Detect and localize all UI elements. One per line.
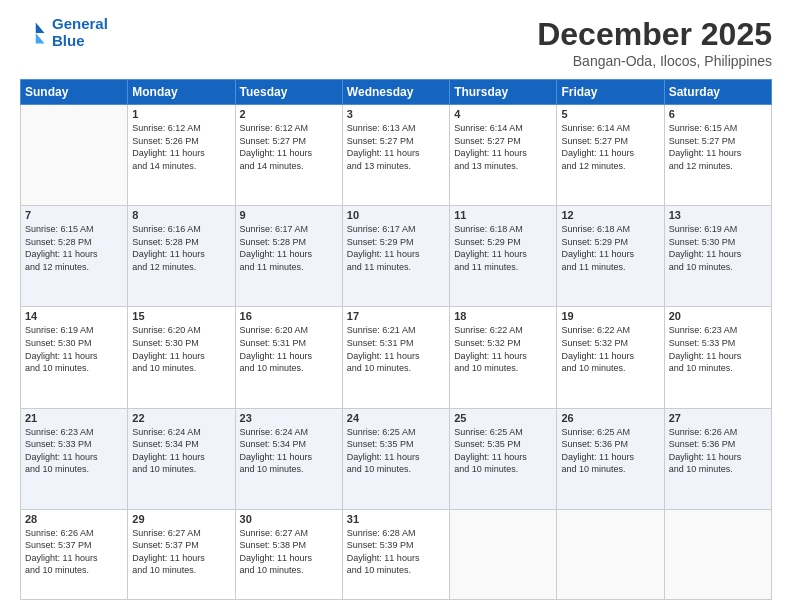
- logo: General Blue: [20, 16, 108, 49]
- day-number: 6: [669, 108, 767, 120]
- day-info: Sunrise: 6:20 AM Sunset: 5:31 PM Dayligh…: [240, 324, 338, 374]
- day-info: Sunrise: 6:22 AM Sunset: 5:32 PM Dayligh…: [561, 324, 659, 374]
- table-row: 6Sunrise: 6:15 AM Sunset: 5:27 PM Daylig…: [664, 105, 771, 206]
- day-number: 5: [561, 108, 659, 120]
- day-info: Sunrise: 6:24 AM Sunset: 5:34 PM Dayligh…: [240, 426, 338, 476]
- day-info: Sunrise: 6:23 AM Sunset: 5:33 PM Dayligh…: [25, 426, 123, 476]
- day-info: Sunrise: 6:27 AM Sunset: 5:37 PM Dayligh…: [132, 527, 230, 577]
- table-row: [557, 509, 664, 599]
- table-row: 14Sunrise: 6:19 AM Sunset: 5:30 PM Dayli…: [21, 307, 128, 408]
- day-number: 4: [454, 108, 552, 120]
- day-info: Sunrise: 6:15 AM Sunset: 5:28 PM Dayligh…: [25, 223, 123, 273]
- day-info: Sunrise: 6:18 AM Sunset: 5:29 PM Dayligh…: [454, 223, 552, 273]
- day-number: 19: [561, 310, 659, 322]
- day-number: 2: [240, 108, 338, 120]
- day-info: Sunrise: 6:14 AM Sunset: 5:27 PM Dayligh…: [454, 122, 552, 172]
- day-info: Sunrise: 6:24 AM Sunset: 5:34 PM Dayligh…: [132, 426, 230, 476]
- table-row: [450, 509, 557, 599]
- calendar-table: Sunday Monday Tuesday Wednesday Thursday…: [20, 79, 772, 600]
- day-info: Sunrise: 6:17 AM Sunset: 5:29 PM Dayligh…: [347, 223, 445, 273]
- day-number: 21: [25, 412, 123, 424]
- day-number: 16: [240, 310, 338, 322]
- day-info: Sunrise: 6:12 AM Sunset: 5:27 PM Dayligh…: [240, 122, 338, 172]
- table-row: 7Sunrise: 6:15 AM Sunset: 5:28 PM Daylig…: [21, 206, 128, 307]
- day-info: Sunrise: 6:16 AM Sunset: 5:28 PM Dayligh…: [132, 223, 230, 273]
- day-number: 25: [454, 412, 552, 424]
- logo-text: General Blue: [52, 16, 108, 49]
- day-number: 18: [454, 310, 552, 322]
- svg-marker-0: [36, 22, 45, 33]
- calendar-week-row: 21Sunrise: 6:23 AM Sunset: 5:33 PM Dayli…: [21, 408, 772, 509]
- day-info: Sunrise: 6:17 AM Sunset: 5:28 PM Dayligh…: [240, 223, 338, 273]
- table-row: [664, 509, 771, 599]
- table-row: 8Sunrise: 6:16 AM Sunset: 5:28 PM Daylig…: [128, 206, 235, 307]
- table-row: 4Sunrise: 6:14 AM Sunset: 5:27 PM Daylig…: [450, 105, 557, 206]
- table-row: 11Sunrise: 6:18 AM Sunset: 5:29 PM Dayli…: [450, 206, 557, 307]
- month-title: December 2025: [537, 16, 772, 53]
- day-info: Sunrise: 6:27 AM Sunset: 5:38 PM Dayligh…: [240, 527, 338, 577]
- day-number: 29: [132, 513, 230, 525]
- table-row: 18Sunrise: 6:22 AM Sunset: 5:32 PM Dayli…: [450, 307, 557, 408]
- table-row: 3Sunrise: 6:13 AM Sunset: 5:27 PM Daylig…: [342, 105, 449, 206]
- day-number: 3: [347, 108, 445, 120]
- table-row: 25Sunrise: 6:25 AM Sunset: 5:35 PM Dayli…: [450, 408, 557, 509]
- day-number: 30: [240, 513, 338, 525]
- day-info: Sunrise: 6:15 AM Sunset: 5:27 PM Dayligh…: [669, 122, 767, 172]
- col-thursday: Thursday: [450, 80, 557, 105]
- day-number: 9: [240, 209, 338, 221]
- table-row: 29Sunrise: 6:27 AM Sunset: 5:37 PM Dayli…: [128, 509, 235, 599]
- day-info: Sunrise: 6:26 AM Sunset: 5:37 PM Dayligh…: [25, 527, 123, 577]
- day-number: 27: [669, 412, 767, 424]
- day-info: Sunrise: 6:26 AM Sunset: 5:36 PM Dayligh…: [669, 426, 767, 476]
- day-info: Sunrise: 6:22 AM Sunset: 5:32 PM Dayligh…: [454, 324, 552, 374]
- day-number: 8: [132, 209, 230, 221]
- col-monday: Monday: [128, 80, 235, 105]
- day-info: Sunrise: 6:25 AM Sunset: 5:35 PM Dayligh…: [347, 426, 445, 476]
- day-info: Sunrise: 6:20 AM Sunset: 5:30 PM Dayligh…: [132, 324, 230, 374]
- table-row: 17Sunrise: 6:21 AM Sunset: 5:31 PM Dayli…: [342, 307, 449, 408]
- day-number: 13: [669, 209, 767, 221]
- table-row: 15Sunrise: 6:20 AM Sunset: 5:30 PM Dayli…: [128, 307, 235, 408]
- table-row: [21, 105, 128, 206]
- day-info: Sunrise: 6:28 AM Sunset: 5:39 PM Dayligh…: [347, 527, 445, 577]
- table-row: 5Sunrise: 6:14 AM Sunset: 5:27 PM Daylig…: [557, 105, 664, 206]
- day-info: Sunrise: 6:19 AM Sunset: 5:30 PM Dayligh…: [669, 223, 767, 273]
- table-row: 22Sunrise: 6:24 AM Sunset: 5:34 PM Dayli…: [128, 408, 235, 509]
- day-info: Sunrise: 6:13 AM Sunset: 5:27 PM Dayligh…: [347, 122, 445, 172]
- table-row: 10Sunrise: 6:17 AM Sunset: 5:29 PM Dayli…: [342, 206, 449, 307]
- table-row: 27Sunrise: 6:26 AM Sunset: 5:36 PM Dayli…: [664, 408, 771, 509]
- header: General Blue December 2025 Bangan-Oda, I…: [20, 16, 772, 69]
- table-row: 20Sunrise: 6:23 AM Sunset: 5:33 PM Dayli…: [664, 307, 771, 408]
- day-info: Sunrise: 6:19 AM Sunset: 5:30 PM Dayligh…: [25, 324, 123, 374]
- calendar-week-row: 1Sunrise: 6:12 AM Sunset: 5:26 PM Daylig…: [21, 105, 772, 206]
- day-info: Sunrise: 6:25 AM Sunset: 5:36 PM Dayligh…: [561, 426, 659, 476]
- day-number: 28: [25, 513, 123, 525]
- table-row: 16Sunrise: 6:20 AM Sunset: 5:31 PM Dayli…: [235, 307, 342, 408]
- day-info: Sunrise: 6:12 AM Sunset: 5:26 PM Dayligh…: [132, 122, 230, 172]
- day-number: 10: [347, 209, 445, 221]
- table-row: 9Sunrise: 6:17 AM Sunset: 5:28 PM Daylig…: [235, 206, 342, 307]
- day-number: 17: [347, 310, 445, 322]
- calendar-week-row: 7Sunrise: 6:15 AM Sunset: 5:28 PM Daylig…: [21, 206, 772, 307]
- day-info: Sunrise: 6:21 AM Sunset: 5:31 PM Dayligh…: [347, 324, 445, 374]
- day-info: Sunrise: 6:18 AM Sunset: 5:29 PM Dayligh…: [561, 223, 659, 273]
- logo-icon: [20, 19, 48, 47]
- day-info: Sunrise: 6:14 AM Sunset: 5:27 PM Dayligh…: [561, 122, 659, 172]
- calendar-week-row: 14Sunrise: 6:19 AM Sunset: 5:30 PM Dayli…: [21, 307, 772, 408]
- table-row: 30Sunrise: 6:27 AM Sunset: 5:38 PM Dayli…: [235, 509, 342, 599]
- title-block: December 2025 Bangan-Oda, Ilocos, Philip…: [537, 16, 772, 69]
- table-row: 1Sunrise: 6:12 AM Sunset: 5:26 PM Daylig…: [128, 105, 235, 206]
- table-row: 26Sunrise: 6:25 AM Sunset: 5:36 PM Dayli…: [557, 408, 664, 509]
- day-number: 11: [454, 209, 552, 221]
- col-sunday: Sunday: [21, 80, 128, 105]
- day-number: 23: [240, 412, 338, 424]
- day-number: 12: [561, 209, 659, 221]
- day-number: 22: [132, 412, 230, 424]
- table-row: 28Sunrise: 6:26 AM Sunset: 5:37 PM Dayli…: [21, 509, 128, 599]
- day-info: Sunrise: 6:23 AM Sunset: 5:33 PM Dayligh…: [669, 324, 767, 374]
- day-number: 20: [669, 310, 767, 322]
- day-info: Sunrise: 6:25 AM Sunset: 5:35 PM Dayligh…: [454, 426, 552, 476]
- day-number: 7: [25, 209, 123, 221]
- table-row: 31Sunrise: 6:28 AM Sunset: 5:39 PM Dayli…: [342, 509, 449, 599]
- table-row: 19Sunrise: 6:22 AM Sunset: 5:32 PM Dayli…: [557, 307, 664, 408]
